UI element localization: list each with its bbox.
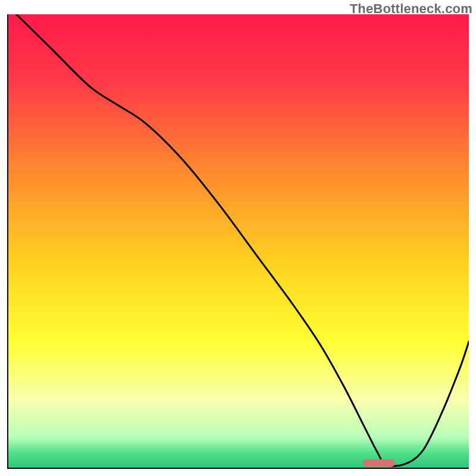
plot-area <box>7 14 469 469</box>
chart-root: TheBottleneck.com <box>0 0 476 476</box>
chart-svg <box>7 14 469 469</box>
optimal-marker <box>363 459 395 466</box>
gradient-background <box>7 14 469 469</box>
